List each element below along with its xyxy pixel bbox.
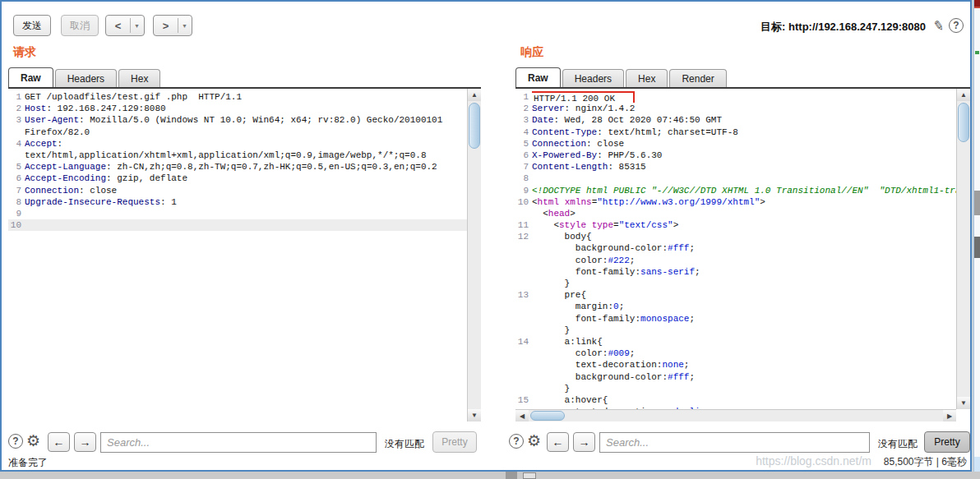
response-editor[interactable]: 1HTTP/1.1 200 OK2Server: nginx/1.4.23Dat… (515, 88, 970, 421)
tab-headers[interactable]: Headers (562, 69, 624, 87)
tab-hex[interactable]: Hex (118, 69, 160, 87)
chevron-down-icon[interactable]: ▼ (178, 16, 192, 35)
gear-icon[interactable]: ⚙ (26, 431, 40, 450)
code-line: 12 body{ (515, 231, 956, 242)
pretty-button[interactable]: Pretty (924, 431, 970, 453)
next-request-button[interactable]: > ▼ (153, 15, 192, 36)
tab-raw[interactable]: Raw (515, 67, 561, 87)
window-fragment (523, 472, 536, 479)
next-match-button[interactable]: → (573, 432, 595, 452)
status-ready: 准备完了 (8, 456, 48, 470)
code-text (25, 208, 467, 219)
line-number (515, 383, 532, 394)
code-line: 14 a:link{ (515, 336, 956, 348)
line-number: 10 (515, 196, 532, 208)
code-line: 8 (515, 173, 956, 184)
send-button[interactable]: 发送 (13, 15, 51, 36)
edit-target-icon[interactable]: ✎ (931, 17, 945, 35)
taskbar-sliver (0, 472, 980, 479)
tab-raw[interactable]: Raw (8, 67, 53, 87)
prev-arrow: < (107, 16, 130, 35)
search-input[interactable] (599, 432, 870, 453)
code-line: 11 <style type="text/css"> (515, 219, 956, 231)
request-editor[interactable]: 1GET /uploadfiles/test.gif .php HTTP/1.1… (8, 88, 481, 421)
code-line: 10 (8, 219, 467, 231)
line-number: 7 (515, 161, 532, 173)
code-text: Content-Type: text/html; charset=UTF-8 (532, 127, 956, 138)
help-icon[interactable]: ? (8, 434, 23, 449)
tab-hex[interactable]: Hex (626, 69, 668, 87)
code-text: font-family:sans-serif; (532, 266, 956, 278)
line-number: 13 (515, 289, 532, 301)
prev-match-button[interactable]: ← (48, 432, 70, 452)
scroll-up-icon[interactable]: ▲ (468, 89, 481, 101)
code-text: GET /uploadfiles/test.gif .php HTTP/1.1 (25, 91, 467, 103)
code-text: User-Agent: Mozilla/5.0 (Windows NT 10.0… (25, 114, 467, 126)
window-fragment (974, 191, 980, 215)
code-line: 6X-Powered-By: PHP/5.6.30 (515, 150, 956, 161)
line-number: 6 (8, 173, 25, 184)
help-icon[interactable]: ? (949, 18, 964, 33)
code-line: 4Accept: (8, 138, 467, 150)
line-number (515, 313, 532, 325)
prev-match-button[interactable]: ← (547, 432, 569, 452)
response-hscrollbar[interactable]: ◀ ▶ (515, 409, 956, 421)
code-line: 3User-Agent: Mozilla/5.0 (Windows NT 10.… (8, 114, 467, 126)
line-number: 11 (515, 219, 532, 231)
prev-request-button[interactable]: < ▼ (105, 15, 145, 36)
code-line: } (515, 383, 956, 394)
code-text (532, 173, 956, 184)
target-line: 目标: http://192.168.247.129:8080 (760, 20, 926, 35)
code-text: margin:0; (532, 301, 956, 312)
line-number: 3 (8, 114, 25, 126)
scroll-down-icon[interactable]: ▼ (468, 409, 481, 421)
chevron-down-icon[interactable]: ▼ (131, 16, 144, 35)
tab-render[interactable]: Render (669, 69, 726, 87)
line-number (8, 150, 25, 161)
help-icon[interactable]: ? (509, 434, 524, 449)
window-fragment (506, 472, 517, 479)
line-number: 2 (8, 103, 25, 114)
line-number (515, 371, 532, 383)
request-vscrollbar[interactable]: ▲ ▼ (467, 89, 481, 421)
scroll-down-icon[interactable]: ▼ (957, 397, 970, 409)
scroll-left-icon[interactable]: ◀ (515, 410, 529, 421)
code-line: 5Connection: close (515, 138, 956, 150)
code-line: <head> (515, 208, 956, 219)
line-number (515, 266, 532, 278)
window-fragment (975, 51, 979, 54)
code-line: color:#222; (515, 255, 956, 266)
code-line: text-decoration:none; (515, 359, 956, 371)
pretty-button[interactable]: Pretty (432, 431, 477, 453)
response-vscrollbar[interactable]: ▲ ▼ (956, 89, 970, 409)
code-line: 4Content-Type: text/html; charset=UTF-8 (515, 127, 956, 138)
code-text: <style type="text/css"> (532, 219, 956, 231)
response-tabs: RawHeadersHexRender (515, 67, 728, 87)
code-text: Content-Length: 85315 (532, 161, 956, 173)
scroll-thumb[interactable] (958, 103, 969, 142)
window-fragment (974, 237, 980, 258)
line-number (515, 325, 532, 336)
search-input[interactable] (100, 432, 377, 453)
next-match-button[interactable]: → (74, 432, 96, 452)
code-text: pre{ (532, 289, 956, 301)
code-line: 3Date: Wed, 28 Oct 2020 07:46:50 GMT (515, 114, 956, 126)
code-line: margin:0; (515, 301, 956, 312)
code-line: 9 (8, 208, 467, 219)
code-line: 9<!DOCTYPE html PUBLIC "-//W3C//DTD XHTM… (515, 185, 956, 196)
code-line: 2Host: 192.168.247.129:8080 (8, 103, 467, 114)
code-line: 13 pre{ (515, 289, 956, 301)
gear-icon[interactable]: ⚙ (527, 431, 541, 450)
request-title: 请求 (13, 45, 36, 60)
line-number: 5 (8, 161, 25, 173)
code-text: } (532, 325, 956, 336)
tab-headers[interactable]: Headers (55, 69, 117, 87)
scroll-right-icon[interactable]: ▶ (943, 410, 956, 421)
line-number (515, 301, 532, 312)
code-text: <!DOCTYPE html PUBLIC "-//W3C//DTD XHTML… (532, 185, 956, 196)
scroll-up-icon[interactable]: ▲ (957, 89, 970, 101)
cancel-button[interactable]: 取消 (61, 15, 99, 36)
scroll-thumb[interactable] (530, 411, 565, 421)
code-text: HTTP/1.1 200 OK (532, 91, 956, 103)
scroll-thumb[interactable] (469, 103, 480, 149)
